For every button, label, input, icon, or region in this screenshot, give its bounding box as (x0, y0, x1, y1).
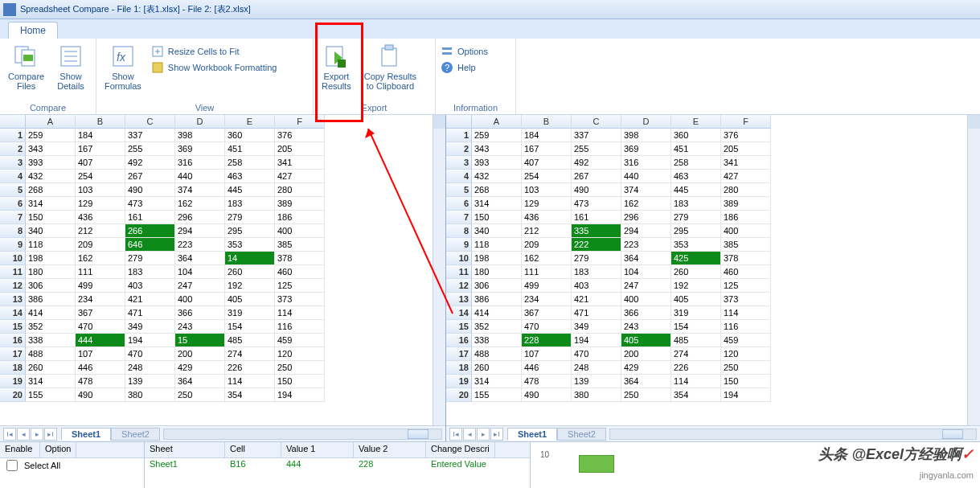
cell[interactable]: 234 (522, 293, 572, 306)
sheet-tab-1[interactable]: Sheet1 (61, 428, 111, 441)
row-header[interactable]: 10 (0, 252, 26, 265)
cell[interactable]: 266 (125, 224, 175, 238)
cell[interactable]: 250 (275, 361, 325, 375)
col-header[interactable]: C (125, 115, 175, 129)
cell[interactable]: 485 (671, 334, 721, 347)
cell[interactable]: 161 (125, 211, 175, 224)
cell[interactable]: 421 (125, 293, 175, 306)
row-header[interactable]: 17 (446, 347, 472, 361)
resize-cells-button[interactable]: Resize Cells to Fit (151, 45, 277, 58)
cell[interactable]: 162 (175, 197, 225, 211)
cell[interactable]: 436 (76, 211, 125, 224)
cell[interactable]: 349 (125, 320, 175, 334)
cell[interactable]: 296 (175, 211, 225, 224)
col-header[interactable]: A (26, 115, 76, 129)
cell[interactable]: 111 (522, 265, 572, 279)
cell[interactable]: 341 (721, 156, 771, 170)
row-header[interactable]: 18 (0, 361, 26, 375)
row-header[interactable]: 19 (446, 375, 472, 388)
nav-next[interactable]: ▸ (477, 428, 490, 441)
cell[interactable]: 150 (721, 375, 771, 388)
tab-home[interactable]: Home (8, 22, 58, 39)
cell[interactable]: 367 (522, 306, 572, 320)
cell[interactable]: 451 (671, 142, 721, 156)
cell[interactable]: 116 (275, 320, 325, 334)
cell[interactable]: 162 (621, 197, 671, 211)
cell[interactable]: 294 (175, 224, 225, 238)
cell[interactable]: 139 (125, 375, 175, 388)
cell[interactable]: 429 (175, 361, 225, 375)
cell[interactable]: 129 (522, 197, 572, 211)
sheet-tab-2[interactable]: Sheet2 (111, 428, 160, 441)
cell[interactable]: 209 (522, 238, 572, 252)
row-header[interactable]: 20 (0, 388, 26, 402)
row-header[interactable]: 8 (0, 224, 26, 238)
cell[interactable]: 183 (572, 265, 621, 279)
cell[interactable]: 425 (671, 252, 721, 265)
cell[interactable]: 280 (721, 183, 771, 197)
row-header[interactable]: 14 (446, 306, 472, 320)
cell[interactable]: 490 (125, 183, 175, 197)
cell[interactable]: 192 (671, 279, 721, 293)
cell[interactable]: 376 (275, 129, 325, 142)
cell[interactable]: 471 (125, 306, 175, 320)
row-header[interactable]: 9 (446, 238, 472, 252)
cell[interactable]: 471 (572, 306, 621, 320)
col-header[interactable]: D (621, 115, 671, 129)
cell[interactable]: 488 (26, 347, 76, 361)
row-header[interactable]: 4 (446, 170, 472, 183)
col-header[interactable]: E (225, 115, 275, 129)
cell[interactable]: 378 (275, 252, 325, 265)
cell[interactable]: 427 (721, 170, 771, 183)
cell[interactable]: 194 (125, 334, 175, 347)
cell[interactable]: 463 (225, 170, 275, 183)
cell[interactable]: 248 (572, 361, 621, 375)
cell[interactable]: 403 (572, 279, 621, 293)
cell[interactable]: 306 (26, 279, 76, 293)
cell[interactable]: 162 (76, 252, 125, 265)
cell[interactable]: 260 (671, 265, 721, 279)
cell[interactable]: 194 (572, 334, 621, 347)
cell[interactable]: 492 (125, 156, 175, 170)
nav-prev[interactable]: ◂ (17, 428, 30, 441)
row-header[interactable]: 2 (446, 142, 472, 156)
cell[interactable]: 279 (572, 252, 621, 265)
cell[interactable]: 427 (275, 170, 325, 183)
cell[interactable]: 209 (76, 238, 125, 252)
sheet-tab-2[interactable]: Sheet2 (557, 428, 606, 441)
cell[interactable]: 120 (275, 347, 325, 361)
nav-last[interactable]: ▸I (44, 428, 57, 441)
cell[interactable]: 488 (472, 347, 522, 361)
sheet-tab-1[interactable]: Sheet1 (507, 428, 557, 441)
cell[interactable]: 314 (26, 375, 76, 388)
nav-last[interactable]: ▸I (490, 428, 503, 441)
cell[interactable]: 255 (572, 142, 621, 156)
cell[interactable]: 125 (721, 279, 771, 293)
cell[interactable]: 376 (721, 129, 771, 142)
row-header[interactable]: 1 (0, 129, 26, 142)
cell[interactable]: 460 (275, 265, 325, 279)
cell[interactable]: 226 (225, 361, 275, 375)
cell[interactable]: 398 (621, 129, 671, 142)
cell[interactable]: 386 (26, 293, 76, 306)
cell[interactable]: 254 (522, 170, 572, 183)
nav-next[interactable]: ▸ (31, 428, 43, 441)
cell[interactable]: 15 (175, 334, 225, 347)
cell[interactable]: 180 (472, 265, 522, 279)
cell[interactable]: 490 (572, 183, 621, 197)
cell[interactable]: 400 (175, 293, 225, 306)
cell[interactable]: 228 (522, 334, 572, 347)
cell[interactable]: 120 (721, 347, 771, 361)
col-header[interactable]: D (175, 115, 225, 129)
row-header[interactable]: 3 (446, 156, 472, 170)
cell[interactable]: 260 (472, 361, 522, 375)
cell[interactable]: 492 (572, 156, 621, 170)
cell[interactable]: 184 (76, 129, 125, 142)
cell[interactable]: 200 (621, 347, 671, 361)
cell[interactable]: 183 (225, 197, 275, 211)
cell[interactable]: 353 (671, 238, 721, 252)
cell[interactable]: 167 (76, 142, 125, 156)
cell[interactable]: 385 (275, 238, 325, 252)
cell[interactable]: 247 (621, 279, 671, 293)
col-header[interactable]: F (721, 115, 771, 129)
